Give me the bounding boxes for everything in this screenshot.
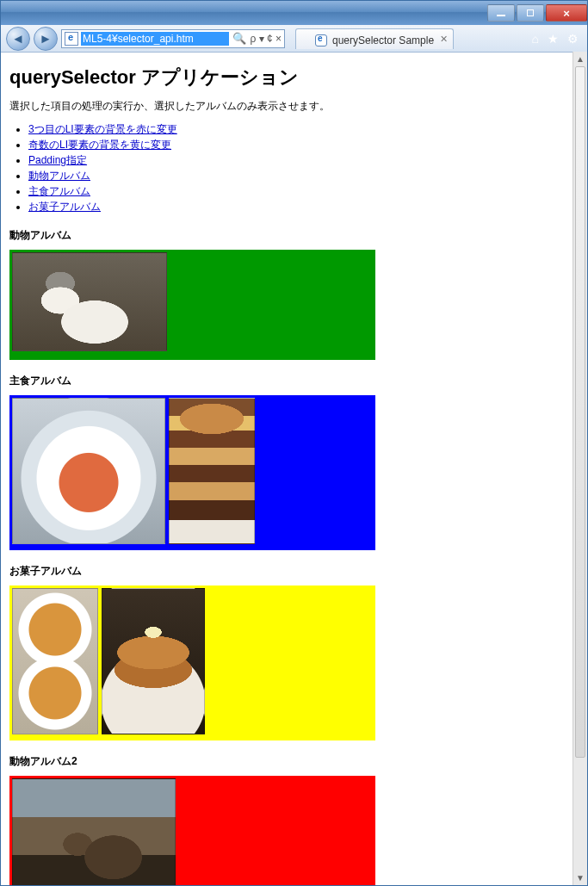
album: 動物アルバム (9, 228, 579, 360)
scroll-up-icon[interactable]: ▲ (573, 52, 587, 66)
back-button[interactable]: ◄ (6, 27, 30, 51)
tools-icon[interactable]: ⚙ (567, 32, 579, 46)
home-icon[interactable]: ⌂ (532, 32, 539, 46)
album-box (9, 586, 375, 740)
tab-strip: querySelector Sample ✕ (295, 28, 529, 49)
address-bar[interactable]: ML5-4¥selector_api.htm 🔍 ρ ▾ ¢ × (61, 29, 285, 48)
address-text: ML5-4¥selector_api.htm (81, 32, 229, 46)
favorites-icon[interactable]: ★ (548, 32, 559, 46)
browser-window: × ◄ ► ML5-4¥selector_api.htm 🔍 ρ ▾ ¢ × q… (0, 0, 588, 886)
action-link[interactable]: お菓子アルバム (28, 201, 101, 213)
album: 主食アルバム (9, 374, 579, 550)
window-titlebar: × (1, 1, 587, 25)
ie-icon (315, 34, 327, 46)
page-note: 選択した項目の処理の実行か、選択したアルバムのみ表示させます。 (9, 99, 579, 114)
thumbnail-image (102, 588, 205, 734)
scroll-track[interactable] (573, 66, 587, 871)
album-title: 主食アルバム (9, 374, 579, 388)
action-link[interactable]: 主食アルバム (28, 185, 90, 197)
browser-tab[interactable]: querySelector Sample ✕ (295, 28, 454, 49)
thumbnail-image (12, 398, 165, 544)
album-title: お菓子アルバム (9, 564, 579, 579)
address-suffix[interactable]: ρ ▾ ¢ × (250, 33, 282, 45)
page-title: querySelector アプリケーション (9, 65, 579, 90)
album: お菓子アルバム (9, 564, 579, 740)
forward-button[interactable]: ► (34, 27, 58, 51)
close-button[interactable]: × (546, 4, 587, 22)
album-title: 動物アルバム (9, 228, 579, 243)
browser-toolbar: ◄ ► ML5-4¥selector_api.htm 🔍 ρ ▾ ¢ × que… (1, 25, 587, 53)
album: 動物アルバム2 (9, 754, 579, 885)
thumbnail-image (12, 778, 176, 885)
action-list: 3つ目のLI要素の背景を赤に変更 奇数のLI要素の背景を黄に変更 Padding… (28, 122, 579, 214)
tab-title: querySelector Sample (332, 34, 434, 46)
thumbnail-image (12, 588, 98, 734)
thumbnail-image (169, 398, 255, 544)
action-link[interactable]: 奇数のLI要素の背景を黄に変更 (28, 139, 171, 151)
page-icon (65, 32, 78, 46)
vertical-scrollbar[interactable]: ▲ ▼ (573, 52, 587, 885)
page-content: querySelector アプリケーション 選択した項目の処理の実行か、選択し… (1, 53, 587, 885)
tab-close-icon[interactable]: ✕ (440, 34, 448, 45)
toolbar-right: ⌂ ★ ⚙ (532, 32, 582, 46)
minimize-button[interactable] (487, 4, 515, 22)
action-link[interactable]: 3つ目のLI要素の背景を赤に変更 (28, 123, 177, 135)
search-icon[interactable]: 🔍 (232, 32, 246, 45)
album-box (9, 776, 375, 885)
action-link[interactable]: Padding指定 (28, 154, 87, 166)
thumbnail-image (12, 252, 167, 351)
album-box (9, 395, 375, 550)
scroll-down-icon[interactable]: ▼ (573, 871, 587, 885)
action-link[interactable]: 動物アルバム (28, 170, 90, 182)
album-box (9, 250, 375, 360)
window-buttons: × (486, 4, 587, 22)
scroll-thumb[interactable] (575, 66, 585, 758)
album-title: 動物アルバム2 (9, 754, 579, 769)
maximize-button[interactable] (517, 4, 544, 22)
